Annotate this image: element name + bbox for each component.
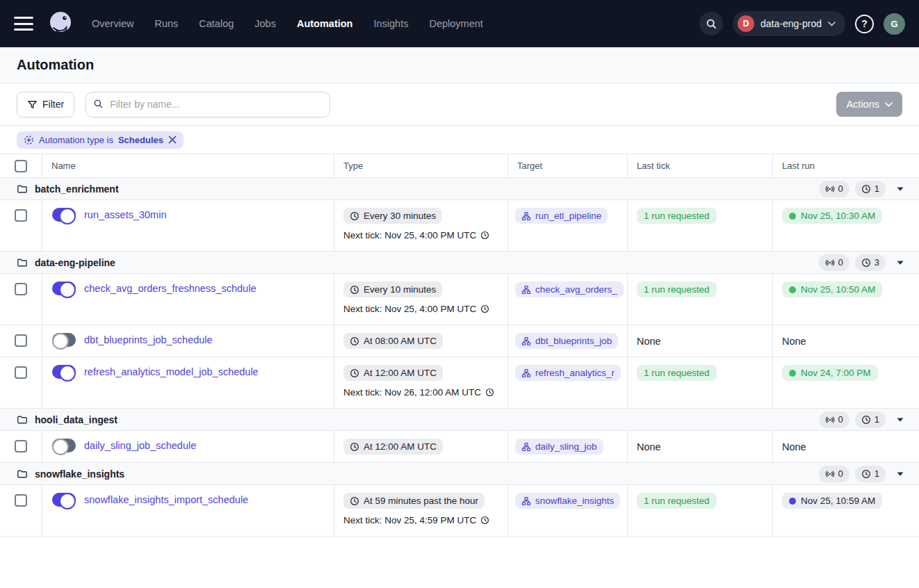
- row-checkbox[interactable]: [15, 209, 27, 222]
- row-checkbox[interactable]: [15, 283, 27, 295]
- nav-item-overview[interactable]: Overview: [92, 18, 133, 29]
- clock-icon: [350, 336, 359, 346]
- table-body: batch_enrichment 0 1 run_assets_30m: [0, 178, 919, 537]
- schedule-name-link[interactable]: refresh_analytics_model_job_schedule: [84, 366, 259, 377]
- name-filter-input[interactable]: [86, 92, 330, 117]
- last-tick-value[interactable]: 1 run requested: [637, 493, 717, 509]
- expand-caret-icon[interactable]: [897, 187, 904, 191]
- row-checkbox[interactable]: [15, 440, 27, 452]
- automation-type-filter-chip[interactable]: Automation type is Schedules: [17, 131, 184, 149]
- target-job-link[interactable]: daily_sling_job: [515, 439, 603, 455]
- last-tick-value[interactable]: 1 run requested: [637, 365, 717, 381]
- nav-item-jobs[interactable]: Jobs: [254, 18, 276, 29]
- clock-icon: [350, 211, 359, 221]
- clock-icon: [480, 516, 489, 525]
- column-header-name: Name: [42, 154, 334, 177]
- expand-caret-icon[interactable]: [897, 418, 904, 422]
- next-tick: Next tick: Nov 26, 12:00 AM UTC: [343, 387, 499, 398]
- primary-nav: Overview Runs Catalog Jobs Automation In…: [92, 18, 483, 29]
- sensor-icon: [825, 184, 835, 194]
- remove-filter-icon[interactable]: [168, 136, 177, 144]
- clock-icon: [350, 496, 359, 506]
- row-checkbox[interactable]: [15, 494, 27, 507]
- schedule-name-link[interactable]: check_avg_orders_freshness_schdule: [84, 283, 256, 294]
- nav-item-runs[interactable]: Runs: [154, 18, 178, 29]
- chevron-down-icon: [885, 102, 893, 107]
- schedule-type-badge: At 12:00 AM UTC: [343, 439, 443, 455]
- clock-icon: [350, 368, 359, 378]
- schedule-name-link[interactable]: run_assets_30min: [84, 209, 167, 220]
- row-checkbox[interactable]: [15, 334, 27, 347]
- folder-icon: [17, 468, 28, 480]
- nav-item-automation[interactable]: Automation: [297, 18, 353, 29]
- target-job-link[interactable]: refresh_analytics_r: [515, 365, 621, 381]
- nav-item-insights[interactable]: Insights: [373, 18, 408, 29]
- schedule-row: snowflake_insights_import_schedule At 59…: [0, 485, 919, 537]
- actions-button[interactable]: Actions: [836, 92, 902, 117]
- dagster-logo-icon[interactable]: [46, 8, 76, 39]
- last-run-value[interactable]: Nov 24, 7:00 PM: [782, 365, 878, 381]
- target-job-link[interactable]: check_avg_orders_: [515, 281, 624, 297]
- schedule-toggle[interactable]: [52, 333, 76, 347]
- search-button[interactable]: [699, 12, 723, 35]
- nav-item-catalog[interactable]: Catalog: [199, 18, 234, 29]
- last-run-value[interactable]: Nov 25, 10:30 AM: [782, 208, 882, 224]
- group-row[interactable]: hooli_data_ingest 0 1: [0, 409, 919, 431]
- sensor-count-badge: 0: [819, 181, 849, 197]
- sensor-count-badge: 0: [819, 466, 849, 482]
- expand-caret-icon[interactable]: [897, 261, 904, 265]
- schedule-type-badge: Every 30 minutes: [343, 208, 442, 224]
- help-button[interactable]: ?: [855, 15, 874, 33]
- expand-caret-icon[interactable]: [897, 472, 904, 476]
- last-run-value[interactable]: Nov 25, 10:50 AM: [782, 281, 882, 297]
- page-header: Automation: [0, 47, 919, 83]
- filter-button[interactable]: Filter: [17, 92, 74, 117]
- group-name: snowflake_insights: [35, 468, 124, 480]
- top-navbar: Overview Runs Catalog Jobs Automation In…: [0, 0, 919, 47]
- row-checkbox[interactable]: [15, 366, 27, 379]
- schedule-toggle[interactable]: [52, 365, 76, 379]
- clock-icon: [480, 231, 489, 240]
- column-header-target: Target: [508, 154, 628, 177]
- target-job-link[interactable]: dbt_blueprints_job: [515, 333, 618, 349]
- clock-icon: [480, 304, 489, 313]
- schedule-name-link[interactable]: dbt_blueprints_job_schedule: [84, 334, 213, 345]
- schedule-toggle[interactable]: [52, 439, 76, 452]
- user-avatar[interactable]: G: [884, 13, 905, 35]
- filter-chip-value: Schedules: [118, 135, 163, 145]
- group-name: hooli_data_ingest: [35, 414, 117, 425]
- deployment-switcher[interactable]: D data-eng-prod: [733, 11, 845, 36]
- schedule-toggle[interactable]: [52, 208, 76, 222]
- schedule-name-link[interactable]: snowflake_insights_import_schedule: [84, 494, 248, 505]
- automation-condition-icon: [24, 135, 34, 145]
- target-job-link[interactable]: run_etl_pipeline: [515, 208, 608, 224]
- select-all-checkbox[interactable]: [15, 160, 27, 172]
- clock-icon: [350, 442, 359, 452]
- folder-icon: [17, 414, 28, 425]
- nav-item-deployment[interactable]: Deployment: [429, 18, 482, 29]
- automations-table: Name Type Target Last tick Last run batc…: [0, 154, 919, 537]
- group-row[interactable]: data-eng-pipeline 0 3: [0, 252, 919, 274]
- last-run-value: None: [782, 333, 806, 350]
- schedule-row: refresh_analytics_model_job_schedule At …: [0, 357, 919, 409]
- group-row[interactable]: batch_enrichment 0 1: [0, 178, 919, 200]
- run-status-dot: [789, 286, 796, 293]
- deployment-name: data-eng-prod: [761, 18, 822, 29]
- filter-toolbar: Filter Actions: [0, 83, 919, 126]
- clock-icon: [350, 285, 359, 295]
- target-job-link[interactable]: snowflake_insights: [515, 493, 620, 509]
- schedule-row: check_avg_orders_freshness_schdule Every…: [0, 274, 919, 325]
- group-row[interactable]: snowflake_insights 0 1: [0, 463, 919, 485]
- schedule-toggle[interactable]: [52, 493, 76, 507]
- last-tick-value[interactable]: 1 run requested: [637, 281, 717, 297]
- menu-icon[interactable]: [14, 17, 33, 31]
- job-graph-icon: [521, 336, 531, 346]
- schedule-name-link[interactable]: daily_sling_job_schedule: [84, 440, 196, 451]
- question-icon: ?: [861, 18, 868, 29]
- name-filter-field: [86, 92, 330, 117]
- funnel-icon: [27, 99, 38, 110]
- last-tick-value[interactable]: 1 run requested: [637, 208, 717, 224]
- schedule-toggle[interactable]: [52, 281, 76, 295]
- column-header-last-run: Last run: [773, 154, 919, 177]
- last-run-value[interactable]: Nov 25, 10:59 AM: [782, 493, 882, 509]
